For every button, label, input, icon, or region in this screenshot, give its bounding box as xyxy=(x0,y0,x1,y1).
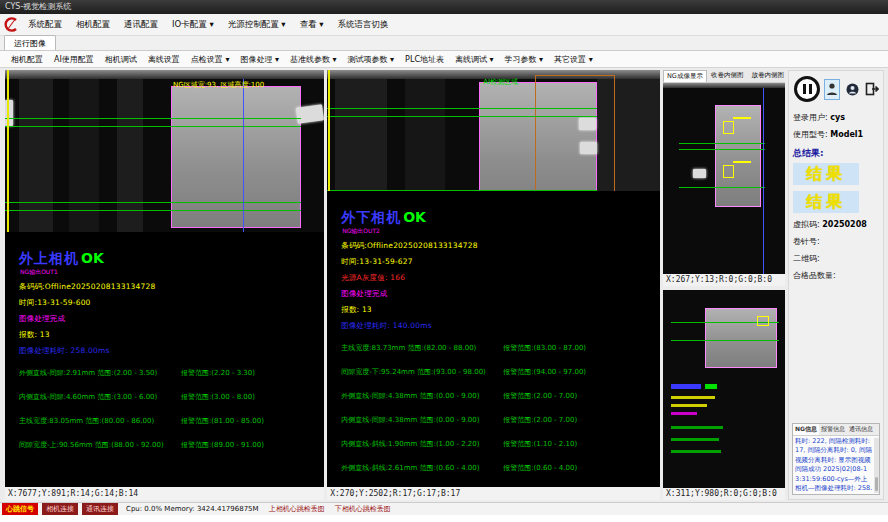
model-value[interactable]: Model1 xyxy=(830,130,863,139)
measurement-value: 间隙宽度-下:95.24mm 范围:(93.00 - 98.00) xyxy=(341,367,503,377)
measurement-value: 间隙宽度-上:90.56mm 范围:(88.00 - 92.00) xyxy=(19,440,181,450)
preview-column: NG成像显示 收卷内侧图 放卷内侧图 X:267;Y:13;R:0;G:0;B:… xyxy=(663,70,785,500)
menu-item-system-config[interactable]: 系统配置 xyxy=(22,16,68,34)
measurement-value: 内侧直线-斜线:1.90mm 范围:(1.00 - 2.20) xyxy=(341,439,503,449)
preview-image-top[interactable] xyxy=(663,83,785,274)
log-scroll-thumb[interactable] xyxy=(875,477,878,491)
login-user-label: 登录用户: xyxy=(793,113,828,122)
camera-image-outer-lower[interactable]: AI检测区域 xyxy=(327,70,660,191)
mini-text-line xyxy=(671,426,723,429)
measurement-row: 主线宽度:83.05mm 范围:(80.00 - 86.00) 报警范围:(81… xyxy=(19,416,324,426)
measure-line-overlay xyxy=(671,340,779,341)
log-body[interactable]: 耗时: 222, 间隔检测耗时: 17, 间隔分离耗时: 0, 间隔视频分离耗时… xyxy=(793,436,879,494)
toolbar-learn-params[interactable]: 学习参数 ▾ xyxy=(500,52,549,67)
camera-image-outer-upper[interactable]: NG区域宽:93, 区域高度:100 xyxy=(5,70,324,232)
measure-line-overlay xyxy=(5,118,301,119)
camera-name: 外下相机 xyxy=(341,209,401,225)
virtual-code-label: 虚拟码: xyxy=(793,220,820,229)
preview-image-bottom[interactable] xyxy=(663,290,785,488)
measurement-row: 主线宽度:83.73mm 范围:(82.00 - 88.00) 报警范围:(83… xyxy=(341,343,660,353)
log-tab-alarm[interactable]: 报警信息 xyxy=(819,424,847,435)
toolbar-camera-debug[interactable]: 相机调试 xyxy=(100,52,142,67)
mini-text-line xyxy=(671,396,715,399)
toolbar-plc-address[interactable]: PLC地址表 xyxy=(400,52,449,67)
measure-line-overlay xyxy=(679,143,765,144)
menu-item-light-config[interactable]: 光源控制配置 ▾ xyxy=(222,16,292,34)
result-box-upper: 结果 xyxy=(793,163,859,185)
toolbar-baseline-params[interactable]: 基准线参数 ▾ xyxy=(285,52,342,67)
lower-cam-heartbeat-text: 下相机心跳检丢图 xyxy=(335,504,391,514)
user-login-button[interactable] xyxy=(824,79,840,100)
tab-winding-inner[interactable]: 收卷内侧图 xyxy=(707,69,748,82)
frame-count-text: 报数: 13 xyxy=(19,330,324,340)
main-area: NG区域宽:93, 区域高度:100 外上相机OK NG输出OUT1 条码码:O… xyxy=(0,68,888,502)
edge-marker-overlay xyxy=(328,70,330,191)
menu-item-comm-config[interactable]: 通讯配置 xyxy=(118,16,164,34)
toolbar: 相机配置 AI使用配置 相机调试 离线设置 点检设置 ▾ 图像处理 ▾ 基准线参… xyxy=(0,51,888,68)
upper-cam-heartbeat-text: 上相机心跳检丢图 xyxy=(269,504,325,514)
user-manage-button[interactable] xyxy=(844,79,860,100)
mini-text-line xyxy=(671,404,707,407)
menu-item-camera-config[interactable]: 相机配置 xyxy=(70,16,116,34)
log-scrollbar[interactable] xyxy=(874,438,879,493)
measurement-list: 主线宽度:83.73mm 范围:(82.00 - 88.00) 报警范围:(83… xyxy=(341,343,660,473)
alarm-range: 报警范围:(94.00 - 97.00) xyxy=(503,367,586,377)
toolbar-ai-usage-config[interactable]: AI使用配置 xyxy=(49,52,99,67)
toolbar-offline-debug[interactable]: 离线调试 ▾ xyxy=(450,52,499,67)
toolbar-camera-config[interactable]: 相机配置 xyxy=(6,52,48,67)
toolbar-offline-settings[interactable]: 离线设置 xyxy=(143,52,185,67)
measurement-value: 外侧直线-间隙:4.38mm 范围:(0.00 - 9.00) xyxy=(341,391,503,401)
connector-tab-graphic xyxy=(296,104,324,123)
tab-ng-imaging[interactable]: NG成像显示 xyxy=(663,70,707,82)
menu-item-view[interactable]: 查看 ▾ xyxy=(294,16,330,34)
measurement-value: 主线宽度:83.73mm 范围:(82.00 - 88.00) xyxy=(341,343,503,353)
pixel-coordinates-readout: X:311;Y:980;R:0;G:0;B:0 xyxy=(663,488,785,500)
measurement-row: 内侧直线-间隙:4.38mm 范围:(0.00 - 9.00) 报警范围:(2.… xyxy=(341,415,660,425)
toolbar-other-settings[interactable]: 其它设置 ▾ xyxy=(549,52,598,67)
toolbar-image-processing[interactable]: 图像处理 ▾ xyxy=(235,52,284,67)
measurement-row: 外侧直线-间隙:2.91mm 范围:(2.00 - 3.50) 报警范围:(2.… xyxy=(19,368,324,378)
target-box-overlay xyxy=(757,316,769,326)
preview-panel-top: NG成像显示 收卷内侧图 放卷内侧图 X:267;Y:13;R:0;G:0;B:… xyxy=(663,70,785,286)
result-box-lower: 结果 xyxy=(793,191,859,213)
qr-code-label: 二维码: xyxy=(793,253,879,264)
pixel-coordinates-readout: X:270;Y:2502;R:17;G:17;B:17 xyxy=(327,487,660,500)
measurement-row: 外侧直线-斜线:2.61mm 范围:(0.60 - 4.00) 报警范围:(0.… xyxy=(341,463,660,473)
cpu-memory-readout: Cpu: 0.0% Memory: 3424.41796875M xyxy=(126,505,259,513)
tab-row: 运行图像 xyxy=(0,36,888,51)
exit-button[interactable] xyxy=(864,79,880,100)
elapsed-time-text: 图像处理耗时: 140.00ms xyxy=(341,321,660,331)
baseline-overlay xyxy=(763,88,764,274)
virtual-code-value: 20250208 xyxy=(822,220,867,229)
menu-item-io-config[interactable]: IO卡配置 ▾ xyxy=(166,16,220,34)
log-tab-ng[interactable]: NG信息 xyxy=(793,424,819,435)
light-gray-value-text: 光源A灰度值: 166 xyxy=(341,273,660,283)
baseline-overlay xyxy=(243,79,244,232)
tab-unwinding-inner[interactable]: 放卷内侧图 xyxy=(747,69,788,82)
barcode-text: 条码码:Offline20250208133134728 xyxy=(19,282,324,292)
tab-run-image[interactable]: 运行图像 xyxy=(4,35,56,50)
process-status-text: 图像处理完成 xyxy=(19,314,324,324)
alarm-range: 报警范围:(89.00 - 91.00) xyxy=(181,440,264,450)
mini-text-line xyxy=(671,450,721,453)
measure-line-overlay xyxy=(327,108,597,109)
pause-button[interactable] xyxy=(794,76,820,102)
result-text-outer-lower: 外下相机OK NG输出OUT2 条码码:Offline2025020813313… xyxy=(327,191,660,487)
user-badge-icon xyxy=(846,83,859,96)
mini-text-line xyxy=(733,117,751,119)
measure-line-overlay xyxy=(679,187,765,188)
log-tab-comm[interactable]: 通讯信息 xyxy=(847,424,875,435)
login-user-value: cys xyxy=(830,113,845,122)
target-box-overlay xyxy=(723,165,734,178)
alarm-range: 报警范围:(83.00 - 87.00) xyxy=(503,343,586,353)
toolbar-spot-check[interactable]: 点检设置 ▾ xyxy=(186,52,235,67)
mini-text-line xyxy=(671,384,701,389)
bright-feature-graphic xyxy=(693,169,706,178)
target-box-overlay xyxy=(723,121,734,134)
menu-item-language-switch[interactable]: 系统语言切换 xyxy=(332,16,395,34)
machine-column-graphic xyxy=(335,79,387,191)
qualified-qty-label: 合格品数量: xyxy=(793,270,879,281)
camera-panel-outer-upper: NG区域宽:93, 区域高度:100 外上相机OK NG输出OUT1 条码码:O… xyxy=(5,70,324,500)
toolbar-test-params[interactable]: 测试项参数 ▾ xyxy=(343,52,400,67)
exit-door-icon xyxy=(865,82,879,96)
